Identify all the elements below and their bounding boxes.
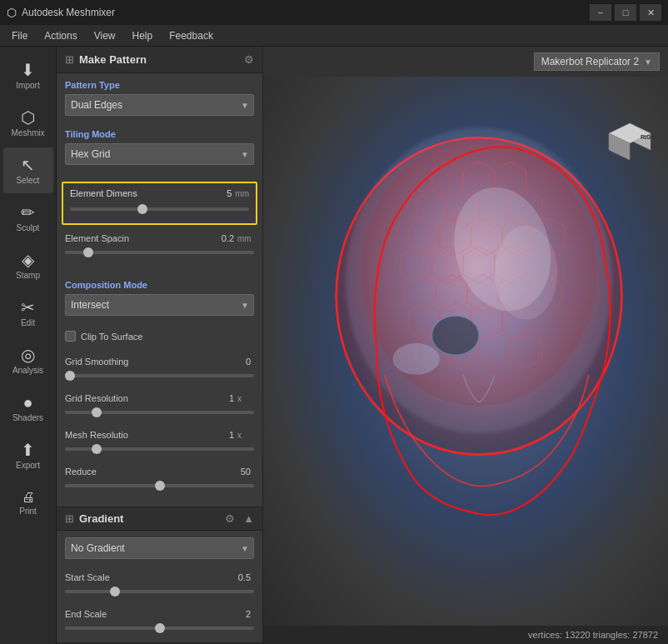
composition-mode-dropdown[interactable]: Intersect ▼ bbox=[65, 294, 254, 316]
reduce-slider-container[interactable] bbox=[65, 478, 254, 490]
mesh-resolution-slider-container[interactable] bbox=[65, 442, 254, 453]
close-button[interactable]: ✕ bbox=[640, 4, 661, 21]
menu-file[interactable]: File bbox=[3, 28, 36, 43]
meshmix-label: Meshmix bbox=[11, 128, 44, 137]
mesh-resolution-slider[interactable] bbox=[65, 447, 254, 451]
start-scale-label: Start Scale bbox=[65, 572, 227, 582]
app-title: Autodesk Meshmixer bbox=[22, 7, 590, 18]
tool-shaders[interactable]: ● Shaders bbox=[3, 385, 53, 431]
panel-header: ⊞ Make Pattern ⚙ bbox=[57, 47, 262, 73]
tiling-mode-dropdown[interactable]: Hex Grid ▼ bbox=[65, 143, 254, 165]
analysis-icon: ◎ bbox=[21, 347, 35, 363]
grid-resolution-slider-container[interactable] bbox=[65, 405, 254, 417]
composition-mode-section: Composition Mode Intersect ▼ bbox=[57, 273, 262, 329]
element-dimens-unit: mm bbox=[235, 189, 249, 198]
tiling-mode-label: Tiling Mode bbox=[65, 129, 254, 139]
tool-meshmix[interactable]: ⬡ Meshmix bbox=[3, 100, 53, 146]
select-label: Select bbox=[17, 176, 40, 185]
gradient-grid-icon: ⊞ bbox=[65, 512, 74, 525]
gradient-type-section: No Gradient ▼ bbox=[57, 531, 262, 572]
gradient-type-dropdown[interactable]: No Gradient ▼ bbox=[65, 537, 254, 559]
clip-to-surface-section: Clip To Surface bbox=[57, 329, 262, 353]
grid-smoothing-slider-container[interactable] bbox=[65, 368, 254, 380]
end-scale-label: End Scale bbox=[65, 609, 227, 619]
composition-mode-label: Composition Mode bbox=[65, 280, 254, 290]
reduce-value: 50 bbox=[227, 467, 251, 477]
grid-resolution-unit: x bbox=[237, 394, 254, 403]
grid-resolution-value: 1 bbox=[211, 393, 234, 403]
start-scale-slider[interactable] bbox=[65, 590, 254, 593]
tool-analysis[interactable]: ◎ Analysis bbox=[3, 337, 53, 383]
element-dimens-slider[interactable] bbox=[70, 207, 249, 211]
gradient-type-select[interactable]: No Gradient bbox=[65, 537, 254, 559]
element-spacing-row: Element Spacin 0.2 mm bbox=[65, 233, 254, 243]
element-dimens-highlighted: Element Dimens 5 mm bbox=[62, 182, 257, 225]
pattern-type-dropdown[interactable]: Dual Edges ▼ bbox=[65, 94, 254, 116]
element-dimens-label: Element Dimens bbox=[70, 188, 227, 198]
menu-feedback[interactable]: Feedback bbox=[161, 28, 222, 43]
start-scale-section: Start Scale 0.5 bbox=[57, 572, 262, 606]
mesh-resolution-value: 1 bbox=[211, 430, 234, 440]
reduce-slider[interactable] bbox=[65, 484, 254, 487]
panel-header-grid-icon: ⊞ bbox=[65, 53, 74, 66]
export-icon: ⬆ bbox=[21, 442, 35, 458]
grid-resolution-slider[interactable] bbox=[65, 411, 254, 414]
menu-help[interactable]: Help bbox=[124, 28, 162, 43]
orientation-cube[interactable]: RIGHT bbox=[605, 115, 655, 165]
element-spacing-unit: mm bbox=[237, 234, 254, 243]
edit-icon: ✂ bbox=[21, 299, 35, 316]
grid-smoothing-slider[interactable] bbox=[65, 374, 254, 377]
tool-sculpt[interactable]: ✏ Sculpt bbox=[3, 195, 53, 241]
clip-to-surface-label: Clip To Surface bbox=[81, 332, 142, 342]
element-spacing-slider-container[interactable] bbox=[65, 245, 254, 257]
viewport[interactable]: Makerbot Replicator 2 ▼ RIGHT bbox=[263, 47, 668, 644]
grid-resolution-section: Grid Resolution 1 x bbox=[57, 390, 262, 427]
tool-import[interactable]: ⬇ Import bbox=[3, 52, 53, 98]
main-layout: ⬇ Import ⬡ Meshmix ↖ Select ✏ Sculpt ◈ S… bbox=[0, 47, 668, 644]
end-scale-slider[interactable] bbox=[65, 627, 254, 630]
element-spacing-value: 0.2 bbox=[211, 233, 234, 243]
meshmix-icon: ⬡ bbox=[21, 109, 35, 126]
start-scale-row: Start Scale 0.5 bbox=[65, 572, 254, 582]
start-scale-slider-container[interactable] bbox=[65, 584, 254, 596]
tool-select[interactable]: ↖ Select bbox=[3, 147, 53, 193]
tiling-mode-select[interactable]: Hex Grid bbox=[65, 143, 254, 165]
shaders-icon: ● bbox=[22, 394, 32, 411]
print-icon: 🖨 bbox=[22, 491, 35, 504]
app-icon: ⬡ bbox=[7, 6, 17, 19]
clip-to-surface-row[interactable]: Clip To Surface bbox=[65, 329, 254, 343]
composition-mode-select[interactable]: Intersect bbox=[65, 294, 254, 316]
clip-to-surface-checkbox[interactable] bbox=[65, 331, 76, 342]
element-dimens-slider-container[interactable] bbox=[70, 202, 249, 213]
end-scale-row: End Scale 2 bbox=[65, 609, 254, 619]
side-panel: ⊞ Make Pattern ⚙ Pattern Type Dual Edges… bbox=[57, 47, 263, 644]
menu-actions[interactable]: Actions bbox=[36, 28, 85, 43]
stamp-label: Stamp bbox=[16, 271, 40, 280]
element-spacing-slider[interactable] bbox=[65, 251, 254, 254]
skull-canvas: RIGHT bbox=[263, 77, 668, 626]
element-dimens-row: Element Dimens 5 mm bbox=[70, 188, 249, 198]
printer-dropdown-icon: ▼ bbox=[644, 57, 652, 67]
end-scale-slider-container[interactable] bbox=[65, 621, 254, 632]
gradient-settings-icon[interactable]: ⚙ bbox=[225, 512, 235, 525]
gradient-collapse-icon[interactable]: ▲ bbox=[243, 512, 254, 525]
tool-stamp[interactable]: ◈ Stamp bbox=[3, 242, 53, 288]
reduce-row: Reduce 50 bbox=[65, 467, 254, 477]
start-scale-value: 0.5 bbox=[227, 572, 251, 582]
maximize-button[interactable]: □ bbox=[615, 4, 636, 21]
tool-print[interactable]: 🖨 Print bbox=[3, 480, 53, 526]
printer-selector[interactable]: Makerbot Replicator 2 ▼ bbox=[534, 52, 660, 71]
svg-point-42 bbox=[495, 226, 557, 320]
tool-edit[interactable]: ✂ Edit bbox=[3, 290, 53, 336]
menu-view[interactable]: View bbox=[86, 28, 124, 43]
reduce-label: Reduce bbox=[65, 467, 227, 477]
print-label: Print bbox=[19, 507, 37, 516]
settings-icon[interactable]: ⚙ bbox=[244, 53, 254, 66]
tool-export[interactable]: ⬆ Export bbox=[3, 432, 53, 478]
minimize-button[interactable]: − bbox=[590, 4, 611, 21]
edit-label: Edit bbox=[21, 318, 35, 327]
import-label: Import bbox=[16, 81, 39, 90]
panel-title: Make Pattern bbox=[79, 53, 239, 66]
pattern-type-select[interactable]: Dual Edges bbox=[65, 94, 254, 116]
svg-point-38 bbox=[392, 343, 439, 375]
